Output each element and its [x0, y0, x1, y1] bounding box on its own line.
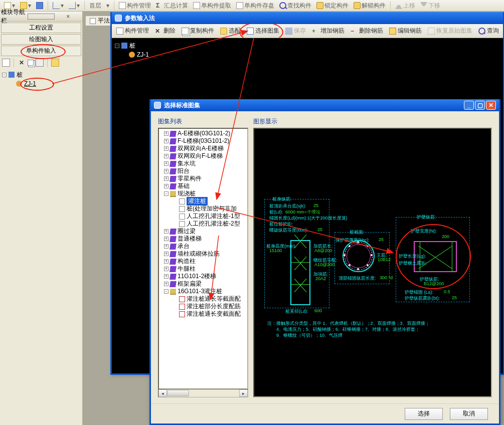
- atlas-item[interactable]: +集水坑: [160, 160, 247, 167]
- close-button[interactable]: ✕: [486, 101, 496, 110]
- atlas-item[interactable]: +11G101-2楼梯: [160, 273, 247, 280]
- tree-toggle-icon[interactable]: +: [164, 154, 169, 158]
- tree-toggle-icon[interactable]: -: [164, 289, 169, 294]
- redo-icon: [69, 2, 76, 9]
- w1-save[interactable]: 保存: [283, 26, 308, 37]
- atlas-item[interactable]: +构造柱: [160, 258, 247, 265]
- layer-selector-dd[interactable]: ▾: [104, 1, 111, 11]
- tree-toggle-icon[interactable]: +: [164, 259, 169, 264]
- tb-extract[interactable]: 单构件提取: [191, 1, 233, 11]
- mini-del-icon[interactable]: ✕: [18, 59, 26, 67]
- tree-toggle-icon[interactable]: +: [164, 237, 169, 241]
- win1-tree-root[interactable]: − 桩: [115, 41, 206, 50]
- atlas-item[interactable]: 灌注桩通长变截面配: [160, 310, 247, 318]
- minimize-button[interactable]: _: [464, 101, 474, 110]
- val-zzj: 600: [314, 308, 322, 313]
- diagram-canvas[interactable]: 桩身纵筋: 桩顶距承台底(sjk): 25 桩(Ld): 6000 mm=个理论…: [253, 128, 492, 397]
- w1-search[interactable]: 查询: [476, 26, 501, 37]
- atlas-item[interactable]: +双网双向F-L楼梯: [160, 152, 247, 160]
- scroll-thumb[interactable]: [167, 390, 189, 396]
- tree-toggle-icon[interactable]: +: [164, 229, 169, 234]
- w1-edit[interactable]: 编辑钢筋: [387, 26, 424, 37]
- tree-toggle-icon[interactable]: +: [164, 131, 169, 136]
- tree-toggle-icon[interactable]: +: [164, 282, 169, 286]
- atlas-item[interactable]: 灌注桩通长等截面配: [160, 295, 247, 303]
- atlas-item[interactable]: 灌注桩: [160, 197, 247, 205]
- w1-pick[interactable]: 选择图集: [244, 26, 282, 37]
- w1-restore[interactable]: 恢复原始图集: [425, 26, 475, 37]
- nav-btn-draw[interactable]: 绘图输入: [1, 34, 81, 45]
- atlas-item[interactable]: +框架扁梁: [160, 280, 247, 288]
- nav-tree-child[interactable]: ZJ-1: [2, 79, 82, 88]
- atlas-item[interactable]: 人工挖孔灌注桩-2型: [160, 220, 247, 228]
- atlas-item[interactable]: -16G101-3灌注桩: [160, 288, 247, 295]
- w1-mgmt[interactable]: 构件管理: [114, 26, 151, 37]
- atlas-item[interactable]: +阳台: [160, 167, 247, 175]
- tree-toggle-icon[interactable]: +: [164, 252, 169, 256]
- tree-toggle-icon[interactable]: +: [164, 184, 169, 188]
- w1-rm[interactable]: −删除钢筋: [348, 26, 386, 37]
- win2-titlebar[interactable]: 选择标准图集 _ ▢ ✕: [151, 99, 499, 111]
- mini-list-icon[interactable]: [2, 59, 10, 67]
- redo-button[interactable]: ▾: [67, 1, 82, 11]
- scroll-right-button[interactable]: ▸: [239, 389, 248, 397]
- nav-btn-single[interactable]: 单构件输入: [1, 46, 81, 56]
- atlas-item[interactable]: +A-E楼梯(03G101-2): [160, 130, 247, 137]
- mini-copy-icon[interactable]: [28, 60, 34, 66]
- ok-button[interactable]: 选择: [405, 408, 443, 420]
- atlas-item[interactable]: 人工挖孔灌注桩-1型: [160, 212, 247, 220]
- atlas-item[interactable]: -现浇桩: [160, 190, 247, 197]
- w1-sel[interactable]: 选配: [218, 26, 243, 37]
- layer-selector[interactable]: 首层: [87, 1, 103, 11]
- tree-toggle-icon[interactable]: +: [164, 146, 169, 151]
- undo-button[interactable]: ▾: [51, 1, 66, 11]
- w1-add[interactable]: +增加钢筋: [309, 26, 347, 37]
- tree-toggle-icon[interactable]: +: [164, 267, 169, 271]
- w1-del[interactable]: ✕删除: [152, 26, 178, 37]
- tree-toggle-icon[interactable]: +: [164, 274, 169, 279]
- atlas-item[interactable]: +基础: [160, 182, 247, 190]
- atlas-item[interactable]: +墙柱或砌体拉筋: [160, 250, 247, 258]
- tb-store[interactable]: 单构件存盘: [234, 1, 276, 11]
- atlas-item[interactable]: +F-L楼梯(03G101-2): [160, 137, 247, 145]
- tb-unlock[interactable]: 解锁构件: [352, 1, 388, 11]
- store-icon: [236, 2, 243, 9]
- close-icon[interactable]: ×: [55, 14, 81, 20]
- tb-find[interactable]: 查找构件: [277, 1, 313, 11]
- atlas-item[interactable]: +承台: [160, 243, 247, 250]
- win1-tree-child[interactable]: ZJ-1: [115, 50, 206, 59]
- tb-down[interactable]: 下移: [418, 1, 442, 11]
- tree-toggle-icon[interactable]: −: [115, 44, 119, 48]
- nav-tree-root[interactable]: − 桩: [2, 70, 82, 79]
- tree-toggle-icon[interactable]: −: [2, 73, 7, 77]
- scroll-left-button[interactable]: ◂: [158, 389, 167, 397]
- tb-lock[interactable]: 锁定构件: [314, 1, 351, 11]
- atlas-item[interactable]: 灌注桩部分长度配筋: [160, 303, 247, 310]
- atlas-list[interactable]: +A-E楼梯(03G101-2)+F-L楼梯(03G101-2)+双网双向A-E…: [158, 128, 248, 389]
- atlas-item[interactable]: +普通楼梯: [160, 235, 247, 243]
- atlas-item[interactable]: +双网双向A-E楼梯: [160, 145, 247, 152]
- tb-gjgl[interactable]: 构件管理: [117, 1, 153, 11]
- win1-titlebar[interactable]: 参数输入法: [112, 12, 503, 24]
- tree-toggle-icon[interactable]: +: [164, 244, 169, 249]
- tree-toggle-icon[interactable]: +: [164, 169, 169, 173]
- tree-toggle-icon[interactable]: +: [164, 161, 169, 166]
- pin-icon[interactable]: [28, 14, 55, 20]
- mini-paste-icon[interactable]: [36, 59, 44, 67]
- atlas-item[interactable]: +圈过梁: [160, 228, 247, 235]
- maximize-button[interactable]: ▢: [475, 101, 485, 110]
- scroll-track[interactable]: [167, 389, 239, 397]
- w1-copy[interactable]: 复制构件: [179, 26, 217, 37]
- atlas-item[interactable]: +牛腿柱: [160, 265, 247, 273]
- tree-toggle-icon[interactable]: -: [164, 191, 169, 196]
- tree-toggle-icon[interactable]: +: [164, 176, 169, 181]
- horizontal-scrollbar[interactable]: ◂ ▸: [158, 389, 248, 397]
- tree-toggle-icon[interactable]: +: [164, 139, 169, 143]
- mini-misc-icon[interactable]: [51, 59, 59, 67]
- save-button[interactable]: [34, 1, 45, 11]
- tb-sum[interactable]: Σ汇总计算: [154, 1, 190, 11]
- atlas-item[interactable]: 桩(处理加密与非加: [160, 205, 247, 212]
- atlas-item[interactable]: +零星构件: [160, 175, 247, 182]
- tb-up[interactable]: 上移: [393, 1, 417, 11]
- cancel-button[interactable]: 取消: [450, 408, 488, 420]
